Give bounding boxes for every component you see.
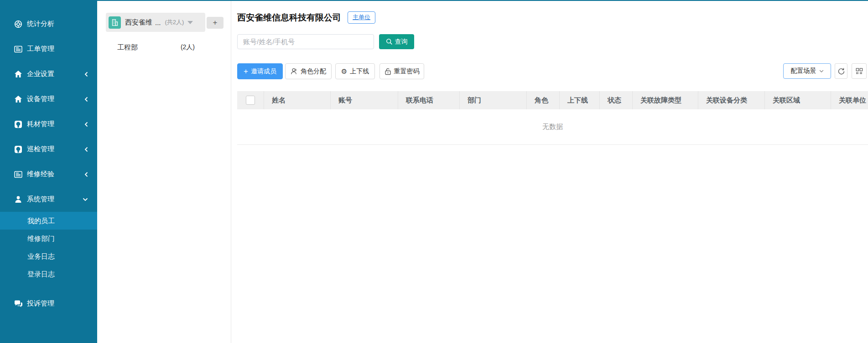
sidebar-item-label: 巡检管理 [27, 145, 54, 154]
invite-member-button[interactable]: + 邀请成员 [237, 63, 283, 79]
sidebar-subitem-label: 维修部门 [27, 235, 55, 242]
sidebar-item-label: 统计分析 [27, 20, 54, 28]
table-header-region: 关联区域 [765, 91, 831, 109]
table-header-status: 状态 [600, 91, 633, 109]
sidebar-item-system-management[interactable]: 系统管理 [0, 187, 97, 212]
app-root: 统计分析 工单管理 企业设置 [0, 0, 868, 343]
company-name-ellipsis: ... [155, 19, 161, 26]
person-icon [291, 68, 298, 75]
lock-icon [385, 68, 391, 75]
chevron-left-icon [84, 72, 88, 77]
sidebar-subitem-label: 业务日志 [27, 252, 55, 260]
reset-password-label: 重置密码 [394, 67, 420, 76]
column-settings-button[interactable] [852, 63, 867, 79]
sidebar-subitem-label: 登录日志 [27, 270, 55, 278]
table-empty-state: 无数据 [237, 109, 868, 145]
company-short-name: 西安雀维 [125, 18, 152, 27]
role-assign-button[interactable]: 角色分配 [285, 63, 332, 79]
scene-config-label: 配置场景 [791, 67, 816, 75]
top-accent-line [0, 0, 868, 1]
table-header-name: 姓名 [264, 91, 331, 109]
sidebar-item-label: 系统管理 [27, 195, 54, 204]
sidebar-item-work-orders[interactable]: 工单管理 [0, 36, 97, 61]
plus-icon: + [213, 18, 218, 27]
user-icon [14, 195, 23, 204]
sidebar-item-my-employees[interactable]: 我的员工 [0, 212, 97, 230]
octocat-icon [14, 145, 23, 154]
refresh-button[interactable] [835, 63, 847, 79]
table-header-fault-type: 关联故障类型 [633, 91, 698, 109]
sidebar-item-label: 耗材管理 [27, 120, 54, 128]
search-icon [386, 38, 393, 45]
empty-text: 无数据 [542, 123, 563, 131]
gear-icon: ⚙ [341, 68, 347, 75]
company-member-count: (共2人) [165, 18, 184, 26]
sidebar-subitem-label: 我的员工 [27, 217, 55, 225]
chevron-left-icon [84, 147, 88, 152]
sidebar-submenu-system: 我的员工 维修部门 业务日志 登录日志 [0, 212, 97, 283]
sidebar-item-label: 维修经验 [27, 170, 54, 179]
table-header-role: 角色 [527, 91, 560, 109]
sidebar-item-enterprise-settings[interactable]: 企业设置 [0, 61, 97, 87]
sidebar-item-login-logs[interactable]: 登录日志 [0, 265, 97, 283]
sidebar-item-statistics[interactable]: 统计分析 [0, 11, 97, 36]
sidebar-item-device-management[interactable]: 设备管理 [0, 87, 97, 112]
chevron-down-icon [819, 70, 824, 73]
sidebar-item-complaints[interactable]: 投诉管理 [0, 291, 97, 316]
main-unit-badge[interactable]: 主单位 [348, 11, 375, 24]
table-header-device-category: 关联设备分类 [698, 91, 765, 109]
query-button[interactable]: 查询 [379, 34, 414, 49]
department-panel: 西安雀维 ... (共2人) + 工程部 (2人) [97, 0, 231, 343]
table-header-select [237, 91, 264, 109]
home-icon [14, 70, 23, 78]
scene-config-dropdown[interactable]: 配置场景 [783, 63, 831, 79]
table-header-row: 姓名 账号 联系电话 部门 角色 上下线 状态 关联故障类型 关联设备分类 关联… [237, 91, 868, 109]
online-toggle-label: 上下线 [350, 67, 369, 76]
department-member-count: (2人) [181, 43, 195, 51]
add-department-button[interactable]: + [207, 17, 223, 29]
table-header-unit: 关联单位 [831, 91, 868, 109]
home-icon [14, 95, 23, 103]
table-header-department: 部门 [460, 91, 527, 109]
department-name: 工程部 [117, 43, 138, 52]
building-icon [109, 16, 121, 29]
sidebar-item-repair-departments[interactable]: 维修部门 [0, 230, 97, 247]
select-all-checkbox[interactable] [246, 96, 255, 105]
sidebar-item-label: 工单管理 [27, 45, 54, 53]
table-header-phone: 联系电话 [398, 91, 460, 109]
grid-columns-icon [856, 68, 863, 75]
life-ring-icon [14, 20, 23, 28]
chevron-left-icon [84, 172, 88, 177]
page-title: 西安雀维信息科技有限公司 [237, 12, 341, 24]
chevron-down-icon [83, 198, 88, 201]
sidebar-item-label: 投诉管理 [27, 299, 54, 308]
comments-icon [14, 300, 23, 308]
invite-member-label: 邀请成员 [251, 67, 276, 76]
title-row: 西安雀维信息科技有限公司 主单位 [237, 11, 375, 24]
sidebar-item-inspection[interactable]: 巡检管理 [0, 137, 97, 162]
sidebar-item-repair-experience[interactable]: 维修经验 [0, 162, 97, 187]
sidebar-item-consumables[interactable]: 耗材管理 [0, 112, 97, 137]
caret-down-icon [187, 21, 193, 24]
query-button-label: 查询 [395, 38, 408, 46]
reset-password-button[interactable]: 重置密码 [379, 63, 424, 79]
company-selector[interactable]: 西安雀维 ... (共2人) [106, 13, 205, 32]
table-header-online: 上下线 [560, 91, 600, 109]
department-list-item[interactable]: 工程部 (2人) [97, 40, 231, 55]
search-input[interactable] [237, 34, 374, 49]
chevron-left-icon [84, 97, 88, 102]
sidebar-item-label: 企业设置 [27, 70, 54, 78]
sidebar: 统计分析 工单管理 企业设置 [0, 0, 97, 343]
online-toggle-button[interactable]: ⚙ 上下线 [335, 63, 375, 79]
refresh-icon [837, 67, 845, 75]
main-content: 西安雀维信息科技有限公司 主单位 查询 + 邀请成员 [231, 0, 868, 343]
sidebar-item-label: 设备管理 [27, 95, 54, 103]
role-assign-label: 角色分配 [301, 67, 326, 76]
list-icon [14, 170, 23, 179]
sidebar-item-business-logs[interactable]: 业务日志 [0, 247, 97, 265]
plus-icon: + [244, 67, 248, 75]
table-header-account: 账号 [331, 91, 398, 109]
work-order-icon [14, 45, 23, 53]
employees-table: 姓名 账号 联系电话 部门 角色 上下线 状态 关联故障类型 关联设备分类 关联… [237, 91, 868, 145]
chevron-left-icon [84, 122, 88, 127]
